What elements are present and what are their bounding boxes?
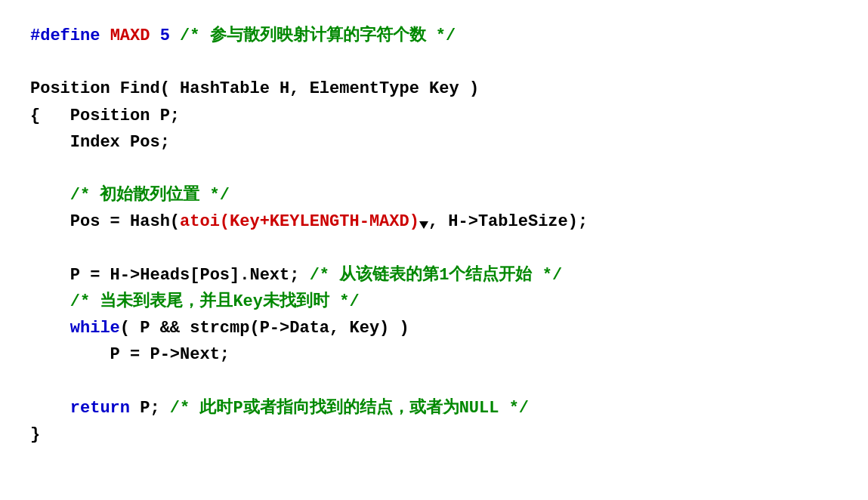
code-part-line1-0: #define	[30, 23, 110, 49]
text-cursor	[419, 221, 428, 229]
blank-line-8	[30, 236, 838, 262]
code-part-line2-0: Position Find( HashTable H, ElementType …	[30, 76, 479, 102]
code-part-line3-0: { Position P;	[30, 103, 180, 129]
code-part-line9-2: ( P && strcmp(P->Data, Key) )	[120, 315, 409, 341]
code-part-line1-2: 5	[150, 23, 180, 49]
code-part-line5-0: /* 初始散列位置 */	[30, 182, 230, 208]
code-line-line12: }	[30, 421, 838, 448]
code-part-line7-1: /* 从该链表的第1个结点开始 */	[310, 262, 562, 289]
code-part-line11-0	[30, 395, 70, 421]
blank-line-5	[30, 156, 838, 182]
code-line-line8: /* 当未到表尾，并且Key未找到时 */	[30, 289, 838, 315]
code-line-line11: return P; /* 此时P或者指向找到的结点，或者为NULL */	[30, 395, 838, 421]
code-part-line9-0	[30, 315, 70, 341]
code-part-line6-0: Pos = Hash(	[30, 208, 180, 235]
code-part-line1-1: MAXD	[110, 23, 150, 49]
code-part-line12-0: }	[30, 421, 40, 448]
code-line-line6: Pos = Hash(atoi(Key+KEYLENGTH-MAXD), H->…	[30, 208, 838, 235]
code-line-line1: #define MAXD 5 /* 参与散列映射计算的字符个数 */	[30, 23, 838, 49]
code-part-line11-2: P;	[130, 395, 170, 421]
code-line-line5: /* 初始散列位置 */	[30, 182, 838, 208]
code-part-line11-3: /* 此时P或者指向找到的结点，或者为NULL */	[170, 395, 529, 421]
code-part-line10-0: P = P->Next;	[30, 341, 230, 368]
code-part-line11-1: return	[70, 395, 130, 421]
code-part-line6-1: atoi(Key+KEYLENGTH-MAXD)	[180, 208, 419, 235]
code-part-line7-0: P = H->Heads[Pos].Next;	[30, 262, 310, 289]
code-part-line8-0: /* 当未到表尾，并且Key未找到时 */	[30, 289, 360, 315]
code-part-line9-1: while	[70, 315, 120, 341]
code-line-line9: while( P && strcmp(P->Data, Key) )	[30, 315, 838, 341]
code-line-line2: Position Find( HashTable H, ElementType …	[30, 76, 838, 102]
code-part-line1-3: /* 参与散列映射计算的字符个数 */	[180, 23, 456, 49]
blank-line-13	[30, 368, 838, 394]
code-part-line6-2: , H->TableSize);	[428, 208, 588, 235]
code-display: #define MAXD 5 /* 参与散列映射计算的字符个数 */Positi…	[0, 0, 868, 500]
code-line-line10: P = P->Next;	[30, 341, 838, 368]
code-line-line3: { Position P;	[30, 103, 838, 129]
blank-line-1	[30, 49, 838, 76]
code-part-line4-0: Index Pos;	[30, 129, 170, 156]
code-line-line4: Index Pos;	[30, 129, 838, 156]
code-line-line7: P = H->Heads[Pos].Next; /* 从该链表的第1个结点开始 …	[30, 262, 838, 289]
